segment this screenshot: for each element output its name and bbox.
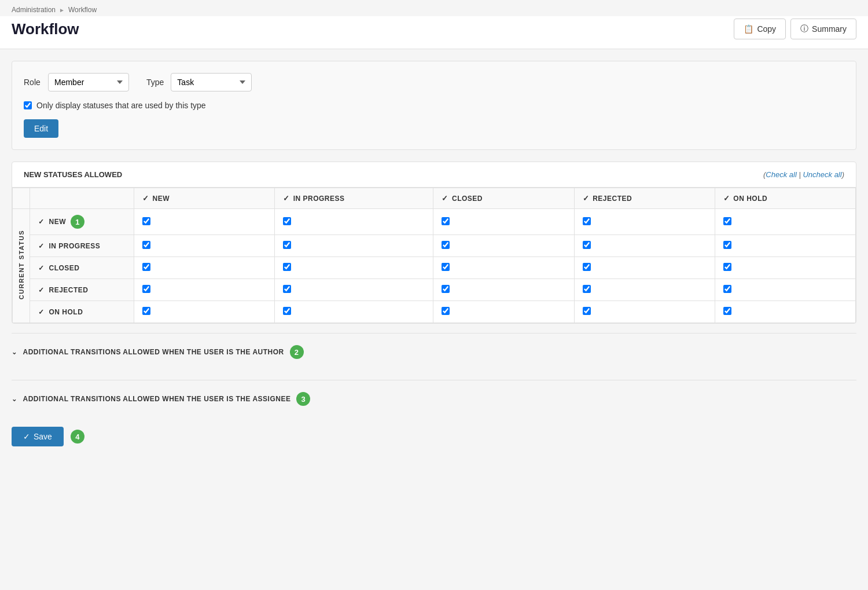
copy-button[interactable]: 📋 Copy: [734, 19, 786, 39]
table-row: ✓ON HOLD: [13, 301, 856, 323]
vertical-status-header: [13, 188, 30, 209]
checkbox-new-col2[interactable]: [442, 217, 450, 225]
cb-closed-col2[interactable]: [433, 257, 574, 279]
checkbox-in_progress-col1[interactable]: [283, 241, 291, 249]
row-check-new: ✓: [38, 218, 45, 226]
cb-rejected-col0[interactable]: [134, 279, 275, 301]
type-select[interactable]: Task Bug Feature Support: [171, 73, 252, 91]
role-filter-group: Role Member Reporter Developer Maintaine…: [24, 73, 129, 91]
checkbox-closed-col0[interactable]: [142, 263, 150, 271]
col-label-in-progress: IN PROGRESS: [293, 195, 345, 203]
checkbox-closed-col4[interactable]: [723, 263, 731, 271]
summary-button[interactable]: ⓘ Summary: [790, 19, 856, 39]
type-label: Type: [146, 78, 164, 87]
row-check-in_progress: ✓: [38, 242, 45, 250]
cb-on_hold-col0[interactable]: [134, 301, 275, 323]
workflow-table: ✓ NEW ✓ IN PROGRESS ✓ CLOSED: [12, 188, 856, 323]
checkbox-in_progress-col0[interactable]: [142, 241, 150, 249]
filter-checkbox-row: Only display statuses that are used by t…: [24, 101, 844, 110]
workflow-table-section: NEW STATUSES ALLOWED (Check all | Unchec…: [12, 162, 856, 324]
cb-rejected-col4[interactable]: [715, 279, 855, 301]
checkbox-closed-col2[interactable]: [442, 263, 450, 271]
checkbox-rejected-col0[interactable]: [142, 285, 150, 293]
row-badge-new: 1: [71, 215, 84, 229]
cb-on_hold-col2[interactable]: [433, 301, 574, 323]
cb-new-col0[interactable]: [134, 209, 275, 235]
role-select[interactable]: Member Reporter Developer Maintainer: [48, 73, 129, 91]
col-label-rejected: REJECTED: [593, 195, 632, 203]
row-label-text-closed: CLOSED: [49, 264, 80, 272]
info-icon: ⓘ: [800, 24, 808, 34]
cb-closed-col1[interactable]: [275, 257, 433, 279]
cb-closed-col3[interactable]: [574, 257, 715, 279]
cb-new-col3[interactable]: [574, 209, 715, 235]
check-on-hold: ✓: [723, 194, 730, 203]
cb-rejected-col3[interactable]: [574, 279, 715, 301]
checkbox-rejected-col3[interactable]: [583, 285, 591, 293]
summary-label: Summary: [812, 24, 847, 34]
cb-closed-col4[interactable]: [715, 257, 855, 279]
breadcrumb-current: Workflow: [68, 6, 97, 14]
checkbox-new-col1[interactable]: [283, 217, 291, 225]
check-all-link[interactable]: Check all: [766, 170, 796, 179]
display-statuses-label: Only display statuses that are used by t…: [36, 101, 206, 110]
row-label-on_hold: ✓ON HOLD: [30, 301, 134, 323]
checkbox-new-col0[interactable]: [142, 217, 150, 225]
uncheck-all-link[interactable]: Uncheck all: [803, 170, 841, 179]
page-title: Workflow: [12, 20, 79, 38]
type-filter-group: Type Task Bug Feature Support: [146, 73, 252, 91]
chevron-icon-assignee: ⌄: [12, 395, 17, 403]
accordion-header-author[interactable]: ⌄ADDITIONAL TRANSITIONS ALLOWED WHEN THE…: [12, 343, 856, 361]
col-header-in-progress: ✓ IN PROGRESS: [275, 188, 433, 209]
checkbox-new-col4[interactable]: [723, 217, 731, 225]
checkbox-on_hold-col1[interactable]: [283, 307, 291, 315]
checkbox-new-col3[interactable]: [583, 217, 591, 225]
breadcrumb-parent[interactable]: Administration: [12, 6, 56, 14]
table-row: ✓IN PROGRESS: [13, 235, 856, 257]
checkbox-in_progress-col2[interactable]: [442, 241, 450, 249]
cb-rejected-col2[interactable]: [433, 279, 574, 301]
save-label: Save: [34, 432, 52, 441]
display-statuses-checkbox[interactable]: [24, 101, 32, 109]
cb-in_progress-col2[interactable]: [433, 235, 574, 257]
check-all-links: (Check all | Uncheck all): [763, 170, 844, 179]
checkbox-rejected-col2[interactable]: [442, 285, 450, 293]
row-check-closed: ✓: [38, 264, 45, 272]
checkbox-on_hold-col4[interactable]: [723, 307, 731, 315]
cb-in_progress-col0[interactable]: [134, 235, 275, 257]
cb-on_hold-col4[interactable]: [715, 301, 855, 323]
checkbox-closed-col1[interactable]: [283, 263, 291, 271]
accordions-container: ⌄ADDITIONAL TRANSITIONS ALLOWED WHEN THE…: [12, 333, 856, 417]
checkbox-on_hold-col0[interactable]: [142, 307, 150, 315]
cb-new-col1[interactable]: [275, 209, 433, 235]
accordion-author[interactable]: ⌄ADDITIONAL TRANSITIONS ALLOWED WHEN THE…: [12, 333, 856, 371]
checkbox-rejected-col1[interactable]: [283, 285, 291, 293]
col-label-on-hold: ON HOLD: [733, 195, 767, 203]
checkbox-on_hold-col3[interactable]: [583, 307, 591, 315]
checkbox-in_progress-col4[interactable]: [723, 241, 731, 249]
cb-on_hold-col1[interactable]: [275, 301, 433, 323]
row-label-closed: ✓CLOSED: [30, 257, 134, 279]
cb-new-col4[interactable]: [715, 209, 855, 235]
checkbox-in_progress-col3[interactable]: [583, 241, 591, 249]
breadcrumb-arrow: ►: [59, 7, 65, 13]
check-new: ✓: [142, 194, 149, 203]
edit-button[interactable]: Edit: [24, 119, 58, 138]
checkbox-on_hold-col2[interactable]: [442, 307, 450, 315]
page-header: Workflow 📋 Copy ⓘ Summary: [0, 16, 868, 49]
save-check-icon: ✓: [23, 432, 30, 441]
accordion-assignee[interactable]: ⌄ADDITIONAL TRANSITIONS ALLOWED WHEN THE…: [12, 380, 856, 417]
cb-rejected-col1[interactable]: [275, 279, 433, 301]
cb-closed-col0[interactable]: [134, 257, 275, 279]
cb-in_progress-col3[interactable]: [574, 235, 715, 257]
cb-in_progress-col1[interactable]: [275, 235, 433, 257]
cb-new-col2[interactable]: [433, 209, 574, 235]
accordion-header-assignee[interactable]: ⌄ADDITIONAL TRANSITIONS ALLOWED WHEN THE…: [12, 390, 856, 408]
checkbox-rejected-col4[interactable]: [723, 285, 731, 293]
cb-in_progress-col4[interactable]: [715, 235, 855, 257]
cb-on_hold-col3[interactable]: [574, 301, 715, 323]
main-content: Role Member Reporter Developer Maintaine…: [0, 49, 868, 467]
filter-row: Role Member Reporter Developer Maintaine…: [24, 73, 844, 91]
save-button[interactable]: ✓ Save: [12, 427, 64, 446]
checkbox-closed-col3[interactable]: [583, 263, 591, 271]
